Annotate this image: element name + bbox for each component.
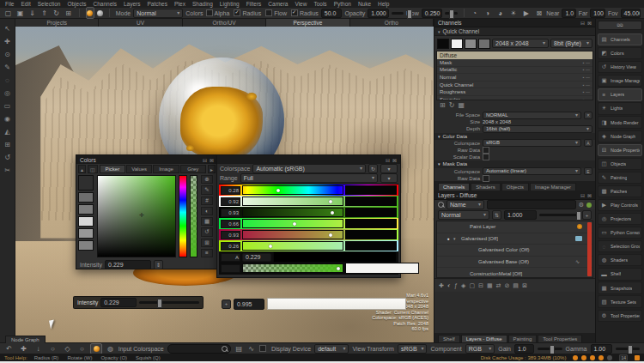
sidebar-item-texture-sets[interactable]: ▨ Texture Sets <box>598 295 642 307</box>
layer-action-add-group[interactable]: ▢ <box>469 282 475 288</box>
a-slider-track[interactable] <box>273 251 397 263</box>
sidebar-item-colors[interactable]: ◩ Colors <box>598 47 642 59</box>
depth-dropdown[interactable]: 16bit (half)▾ <box>483 125 592 133</box>
menu-item[interactable]: Nuke <box>358 1 371 7</box>
slider-knob[interactable] <box>449 9 454 19</box>
toolbar-icon-save-project[interactable]: ⇓ <box>27 9 37 18</box>
layer-row[interactable]: ConstructionMetal [Off] <box>437 268 592 280</box>
plus-icon[interactable]: + <box>222 299 231 309</box>
fov-field[interactable]: 45.000 <box>621 9 641 18</box>
toolbar-icon-import[interactable]: ⇑ <box>39 9 49 18</box>
flow-slider[interactable] <box>445 12 457 15</box>
colors-tab[interactable]: Grey <box>180 165 206 173</box>
tool-select[interactable]: ↖ <box>3 24 13 33</box>
channels-palette-header[interactable]: Channels ⊟⊠ <box>434 19 595 27</box>
saturation-value-square[interactable]: ✛ <box>97 175 176 257</box>
color-swatch[interactable] <box>78 228 94 239</box>
colors-tab[interactable]: Picker <box>100 165 125 173</box>
color-tool-add[interactable]: ⊞ <box>201 239 213 247</box>
slider-knob[interactable] <box>628 345 633 354</box>
slider-value-field[interactable]: 0.66 <box>221 220 240 228</box>
dock-tab[interactable]: Shelf <box>438 335 460 342</box>
channel-row[interactable]: Mask▪ — <box>437 59 592 67</box>
channel-action-channel-layout[interactable]: ▦ <box>458 102 465 109</box>
intensity-stepper[interactable]: ⇕ <box>154 260 163 269</box>
edit-button[interactable]: E <box>584 167 592 175</box>
intensity-field[interactable]: 0.229 <box>105 260 151 269</box>
menu-item[interactable]: Shading <box>192 1 213 7</box>
far-field[interactable]: 100 <box>590 9 605 18</box>
sidebar-item-python-console[interactable]: ▭ Python Console <box>598 227 642 239</box>
slider-knob[interactable] <box>407 9 412 19</box>
sidebar-item-objects[interactable]: ◫ Objects <box>598 158 642 170</box>
tool-transform[interactable]: ✚ <box>3 37 13 46</box>
dock-tab[interactable]: Channels <box>438 183 470 191</box>
close-icon[interactable]: ⊠ <box>392 157 397 163</box>
toolbar-icon-lighting-flat[interactable]: ◔ <box>470 9 479 18</box>
hud-intensity-field[interactable]: 0.229 <box>100 298 137 307</box>
layer-visibility-dot[interactable]: ● <box>446 236 451 241</box>
layer-expand-icon[interactable]: ▾ <box>453 236 459 241</box>
bottom-tool-outer-ring[interactable]: ○ <box>77 344 87 354</box>
tool-blur[interactable]: ▭ <box>3 101 13 111</box>
layer-action-duplicate-layer[interactable]: ▦ <box>487 282 493 288</box>
refresh-colorspace-button[interactable]: ↻ <box>368 164 378 173</box>
slider-gradient-bar[interactable] <box>242 241 343 251</box>
slider-handle[interactable] <box>269 245 272 248</box>
sidebar-item-modo-render[interactable]: ◨ Modo Render <box>598 116 642 128</box>
channel-row[interactable]: Quick Channel▪ — <box>437 82 592 89</box>
sidebar-item-node-graph[interactable]: ◈ Node Graph <box>598 130 642 142</box>
viewport-tab[interactable]: Ortho/UV <box>183 19 266 27</box>
dock-tab[interactable]: Shaders <box>471 183 500 191</box>
display-checkbox[interactable] <box>259 345 266 352</box>
channel-row[interactable]: Normal▪ — <box>437 74 592 82</box>
slider-knob[interactable] <box>550 345 555 354</box>
colors-tab[interactable]: Values <box>126 165 152 173</box>
menu-item[interactable]: File <box>5 1 14 7</box>
layer-action-cache-layer[interactable]: ▤ <box>513 282 519 288</box>
channel-flags-icon[interactable]: ▪ — <box>583 75 590 80</box>
bottom-tool-move[interactable]: ✚ <box>19 344 28 354</box>
menu-item[interactable]: Patches <box>147 1 167 7</box>
gamma-slider[interactable] <box>616 348 640 350</box>
layer-row[interactable]: Paint Layer <box>437 221 592 233</box>
color-tool-reset[interactable]: ↺ <box>201 227 213 236</box>
toggle[interactable]: Radius <box>291 9 319 16</box>
close-icon[interactable]: ⊠ <box>210 157 214 163</box>
channel-color-swatch[interactable] <box>437 39 449 49</box>
slider-knob[interactable] <box>157 299 162 308</box>
toolbar-icon-shadows[interactable]: ☀ <box>508 9 518 18</box>
layer-action-remove-layer[interactable]: ⊠ <box>522 282 527 288</box>
colorspace-extra-dropdown[interactable]: ▾ <box>380 164 398 173</box>
channel-color-swatch[interactable] <box>478 39 490 49</box>
menu-item[interactable]: Lighting <box>220 1 240 7</box>
bottom-tool-diamond[interactable]: ◇ <box>63 344 72 354</box>
sidebar-item-painting[interactable]: ✎ Painting <box>598 172 642 184</box>
layer-row[interactable]: Galvanised Color (Off) <box>437 245 592 257</box>
paint-brush-button[interactable] <box>86 7 94 19</box>
slider-value-field[interactable]: 0.93 <box>221 209 240 217</box>
layer-scrollbar[interactable] <box>587 222 592 276</box>
mask-colorspace-dropdown[interactable]: Automatic (linear)▾ <box>483 167 581 175</box>
sidebar-item-lights[interactable]: ☀ Lights <box>598 102 642 114</box>
tool-fill[interactable]: ⊞ <box>3 140 13 149</box>
gain-field[interactable]: 1.0 <box>514 344 534 354</box>
layer-opacity-field[interactable]: 1.000 <box>504 210 537 220</box>
slider-gradient-bar[interactable] <box>242 208 343 217</box>
sliders-panel-header[interactable]: ⊟⊠ <box>217 155 400 164</box>
sidebar-item-selection-groups[interactable]: ◌ Selection Groups <box>598 240 642 252</box>
node-graph-tab[interactable]: Node Graph <box>5 336 46 343</box>
gain-slider[interactable] <box>538 348 562 350</box>
menu-item[interactable]: Objects <box>67 1 86 7</box>
input-colorspace-search[interactable] <box>167 344 231 354</box>
toolbar-icon-new-project[interactable]: ▢ <box>3 9 13 18</box>
toolbar-icon-lighting-full[interactable]: ◕ <box>495 9 505 18</box>
color-tool-swatch-board[interactable]: ▦ <box>201 217 213 226</box>
menu-item[interactable]: Camera <box>268 1 288 7</box>
dock-tab[interactable]: Layers - Diffuse <box>461 335 507 342</box>
colors-tab[interactable]: Image <box>153 165 179 173</box>
color-colorspace-dropdown[interactable]: sRGB▾ <box>483 139 581 147</box>
layer-action-add-procedural[interactable]: ƒ <box>454 282 458 288</box>
opacity-slider[interactable] <box>392 12 404 15</box>
channel-color-swatch[interactable] <box>465 39 477 49</box>
